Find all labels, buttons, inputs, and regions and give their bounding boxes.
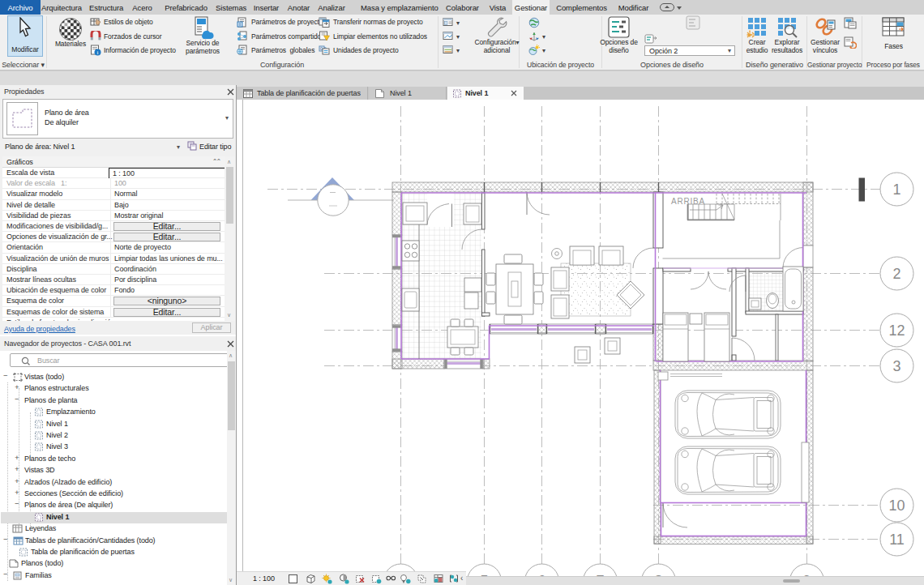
svg-text:1: 1 bbox=[893, 181, 901, 198]
svg-text:2: 2 bbox=[893, 266, 901, 282]
svg-text:3: 3 bbox=[893, 358, 901, 374]
svg-text:11: 11 bbox=[889, 532, 905, 548]
svg-text:ARRIBA: ARRIBA bbox=[671, 197, 705, 206]
svg-text:12: 12 bbox=[889, 322, 905, 339]
svg-text:10: 10 bbox=[889, 497, 905, 514]
svg-text:i: i bbox=[97, 49, 99, 56]
